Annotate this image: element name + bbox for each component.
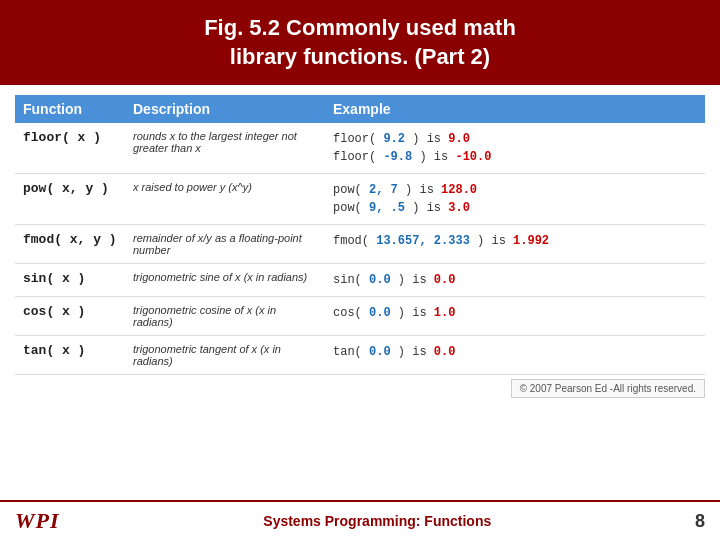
footer-page-number: 8 bbox=[695, 511, 705, 532]
wpi-logo: WPI bbox=[15, 508, 60, 534]
example-cell: tan( 0.0 ) is 0.0 bbox=[325, 336, 705, 375]
example-cell: pow( 2, 7 ) is 128.0pow( 9, .5 ) is 3.0 bbox=[325, 174, 705, 225]
table-header-row: Function Description Example bbox=[15, 95, 705, 123]
title-line2: library functions. (Part 2) bbox=[230, 44, 490, 69]
example-line: pow( 2, 7 ) is 128.0 bbox=[333, 181, 697, 199]
example-cell: fmod( 13.657, 2.333 ) is 1.992 bbox=[325, 225, 705, 264]
example-line: tan( 0.0 ) is 0.0 bbox=[333, 343, 697, 361]
title-line1: Fig. 5.2 Commonly used math bbox=[204, 15, 516, 40]
table-row: pow( x, y )x raised to power y (x^y)pow(… bbox=[15, 174, 705, 225]
table-row: sin( x )trigonometric sine of x (x in ra… bbox=[15, 264, 705, 297]
table-row: fmod( x, y )remainder of x/y as a floati… bbox=[15, 225, 705, 264]
table-row: floor( x )rounds x to the largest intege… bbox=[15, 123, 705, 174]
title-bar: Fig. 5.2 Commonly used math library func… bbox=[0, 0, 720, 85]
desc-cell: trigonometric cosine of x (x in radians) bbox=[125, 297, 325, 336]
header-example: Example bbox=[325, 95, 705, 123]
desc-cell: remainder of x/y as a floating-point num… bbox=[125, 225, 325, 264]
desc-cell: trigonometric sine of x (x in radians) bbox=[125, 264, 325, 297]
example-line: pow( 9, .5 ) is 3.0 bbox=[333, 199, 697, 217]
example-line: floor( -9.8 ) is -10.0 bbox=[333, 148, 697, 166]
footer-center-text: Systems Programming: Functions bbox=[263, 513, 491, 529]
func-cell: floor( x ) bbox=[15, 123, 125, 174]
table-row: tan( x )trigonometric tangent of x (x in… bbox=[15, 336, 705, 375]
content-area: Function Description Example floor( x )r… bbox=[0, 85, 720, 500]
header-description: Description bbox=[125, 95, 325, 123]
example-cell: floor( 9.2 ) is 9.0floor( -9.8 ) is -10.… bbox=[325, 123, 705, 174]
func-cell: fmod( x, y ) bbox=[15, 225, 125, 264]
func-cell: pow( x, y ) bbox=[15, 174, 125, 225]
main-table: Function Description Example floor( x )r… bbox=[15, 95, 705, 375]
table-row: cos( x )trigonometric cosine of x (x in … bbox=[15, 297, 705, 336]
example-line: sin( 0.0 ) is 0.0 bbox=[333, 271, 697, 289]
copyright-notice: © 2007 Pearson Ed -All rights reserved. bbox=[511, 379, 705, 398]
func-cell: cos( x ) bbox=[15, 297, 125, 336]
desc-cell: trigonometric tangent of x (x in radians… bbox=[125, 336, 325, 375]
footer-bar: WPI Systems Programming: Functions 8 bbox=[0, 500, 720, 540]
example-line: cos( 0.0 ) is 1.0 bbox=[333, 304, 697, 322]
header-function: Function bbox=[15, 95, 125, 123]
func-cell: tan( x ) bbox=[15, 336, 125, 375]
example-line: fmod( 13.657, 2.333 ) is 1.992 bbox=[333, 232, 697, 250]
example-cell: cos( 0.0 ) is 1.0 bbox=[325, 297, 705, 336]
func-cell: sin( x ) bbox=[15, 264, 125, 297]
desc-cell: x raised to power y (x^y) bbox=[125, 174, 325, 225]
slide: Fig. 5.2 Commonly used math library func… bbox=[0, 0, 720, 540]
desc-cell: rounds x to the largest integer not grea… bbox=[125, 123, 325, 174]
example-line: floor( 9.2 ) is 9.0 bbox=[333, 130, 697, 148]
example-cell: sin( 0.0 ) is 0.0 bbox=[325, 264, 705, 297]
